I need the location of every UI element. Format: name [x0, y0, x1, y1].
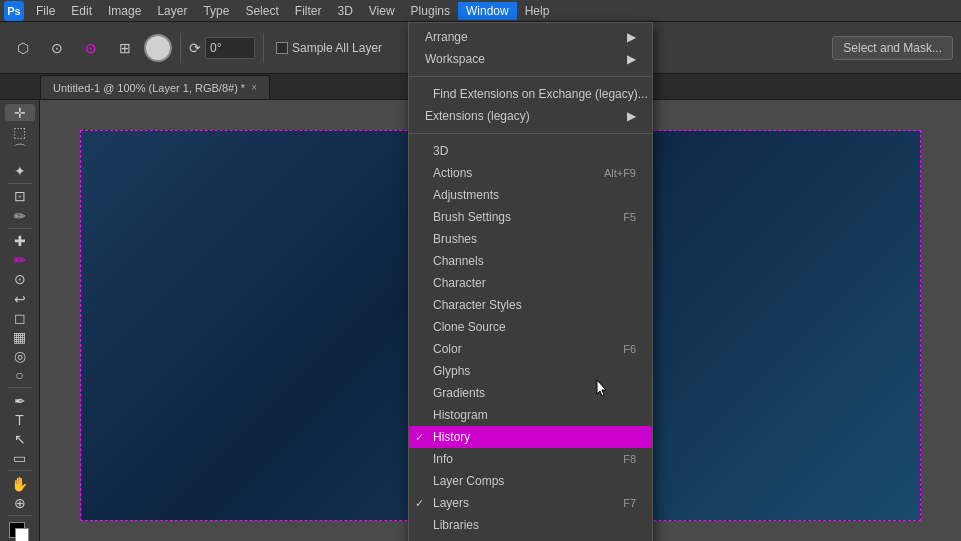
menu-item-layer-comps[interactable]: ✓ Layer Comps	[409, 470, 652, 492]
menu-item-layers[interactable]: ✓ Layers F7	[409, 492, 652, 514]
layer-comps-check: ✓	[415, 475, 424, 488]
actions-shortcut: Alt+F9	[604, 167, 636, 179]
menu-file[interactable]: File	[28, 2, 63, 20]
menu-edit[interactable]: Edit	[63, 2, 100, 20]
menu-item-brushes[interactable]: Brushes	[409, 228, 652, 250]
layer-comps-label: Layer Comps	[433, 474, 504, 488]
history-brush-tool[interactable]: ↩	[5, 290, 35, 307]
extensions-legacy-label: Extensions (legacy)	[425, 109, 530, 123]
menu-item-arrange[interactable]: Arrange ▶	[409, 26, 652, 48]
tool-option-1[interactable]: ⬡	[8, 33, 38, 63]
menu-item-info[interactable]: Info F8	[409, 448, 652, 470]
hand-tool[interactable]: ✋	[5, 475, 35, 492]
menu-layer[interactable]: Layer	[149, 2, 195, 20]
left-toolbar: ✛ ⬚ ⌒ ✦ ⊡ ✏ ✚ ✏ ⊙ ↩ ◻ ▦ ◎ ○ ✒ T ↖ ▭ ✋ ⊕	[0, 100, 40, 541]
menu-item-histogram[interactable]: Histogram	[409, 404, 652, 426]
menu-image[interactable]: Image	[100, 2, 149, 20]
arrange-arrow: ▶	[627, 30, 636, 44]
histogram-label: Histogram	[433, 408, 488, 422]
arrange-label: Arrange	[425, 30, 468, 44]
magic-wand-tool[interactable]: ✦	[5, 162, 35, 179]
menu-item-extensions-legacy[interactable]: Extensions (legacy) ▶	[409, 105, 652, 127]
glyphs-label: Glyphs	[433, 364, 470, 378]
menu-type[interactable]: Type	[195, 2, 237, 20]
menu-plugins[interactable]: Plugins	[403, 2, 458, 20]
tool-sep-5	[8, 515, 32, 516]
window-dropdown-menu: Arrange ▶ Workspace ▶ Find Extensions on…	[408, 22, 653, 541]
tool-sep-3	[8, 387, 32, 388]
menu-item-3d[interactable]: 3D	[409, 140, 652, 162]
menu-item-workspace[interactable]: Workspace ▶	[409, 48, 652, 70]
menu-item-actions[interactable]: Actions Alt+F9	[409, 162, 652, 184]
character-label: Character	[433, 276, 486, 290]
type-tool[interactable]: T	[5, 411, 35, 428]
workspace-label: Workspace	[425, 52, 485, 66]
sample-all-label: Sample All Layer	[292, 41, 382, 55]
menu-item-history[interactable]: ✓ History	[409, 426, 652, 448]
brush-settings-shortcut: F5	[623, 211, 636, 223]
menu-item-clone-source[interactable]: Clone Source	[409, 316, 652, 338]
clone-source-label: Clone Source	[433, 320, 506, 334]
healing-tool[interactable]: ✚	[5, 233, 35, 250]
menu-item-brush-settings[interactable]: Brush Settings F5	[409, 206, 652, 228]
path-select-tool[interactable]: ↖	[5, 430, 35, 447]
menu-3d[interactable]: 3D	[329, 2, 360, 20]
tool-sep-4	[8, 470, 32, 471]
menu-help[interactable]: Help	[517, 2, 558, 20]
menu-item-gradients[interactable]: Gradients	[409, 382, 652, 404]
eraser-tool[interactable]: ◻	[5, 309, 35, 326]
lasso-tool[interactable]: ⌒	[5, 142, 35, 160]
layers-shortcut: F7	[623, 497, 636, 509]
menu-item-character[interactable]: Character	[409, 272, 652, 294]
menu-view[interactable]: View	[361, 2, 403, 20]
brush-settings-label: Brush Settings	[433, 210, 511, 224]
menu-item-find-extensions[interactable]: Find Extensions on Exchange (legacy)...	[409, 83, 652, 105]
gradient-tool[interactable]: ▦	[5, 328, 35, 345]
menu-filter[interactable]: Filter	[287, 2, 330, 20]
info-shortcut: F8	[623, 453, 636, 465]
crop-tool[interactable]: ⊡	[5, 188, 35, 205]
document-tab[interactable]: Untitled-1 @ 100% (Layer 1, RGB/8#) * ×	[40, 75, 270, 99]
color-label: Color	[433, 342, 462, 356]
channels-label: Channels	[433, 254, 484, 268]
tool-option-brush-1[interactable]: ⊙	[42, 33, 72, 63]
dodge-tool[interactable]: ○	[5, 366, 35, 383]
angle-value[interactable]: 0°	[205, 37, 255, 59]
libraries-label: Libraries	[433, 518, 479, 532]
character-styles-label: Character Styles	[433, 298, 522, 312]
shape-tool[interactable]: ▭	[5, 449, 35, 466]
menu-item-measurement-log[interactable]: Measurement Log	[409, 536, 652, 541]
tab-close-button[interactable]: ×	[251, 82, 257, 93]
tool-option-brush-2[interactable]: ⊙	[76, 33, 106, 63]
gradients-label: Gradients	[433, 386, 485, 400]
menu-window[interactable]: Window	[458, 2, 517, 20]
tab-title: Untitled-1 @ 100% (Layer 1, RGB/8#) *	[53, 82, 245, 94]
workspace-arrow: ▶	[627, 52, 636, 66]
sample-all-checkbox[interactable]	[276, 42, 288, 54]
menu-item-color[interactable]: Color F6	[409, 338, 652, 360]
menu-select[interactable]: Select	[237, 2, 286, 20]
brush-tool[interactable]: ✏	[5, 252, 35, 269]
tool-option-brush-3[interactable]: ⊞	[110, 33, 140, 63]
move-tool[interactable]: ✛	[5, 104, 35, 121]
menu-item-libraries[interactable]: Libraries	[409, 514, 652, 536]
zoom-tool[interactable]: ⊕	[5, 494, 35, 511]
blur-tool[interactable]: ◎	[5, 347, 35, 364]
brush-preview	[144, 34, 172, 62]
marquee-tool[interactable]: ⬚	[5, 123, 35, 140]
layers-label: Layers	[433, 496, 469, 510]
foreground-color[interactable]	[5, 520, 35, 537]
separator-2	[263, 33, 264, 63]
menu-item-adjustments[interactable]: Adjustments	[409, 184, 652, 206]
history-check: ✓	[415, 431, 424, 444]
extensions-legacy-arrow: ▶	[627, 109, 636, 123]
pen-tool[interactable]: ✒	[5, 392, 35, 409]
select-mask-button[interactable]: Select and Mask...	[832, 36, 953, 60]
menu-item-channels[interactable]: Channels	[409, 250, 652, 272]
history-label: History	[433, 430, 470, 444]
eyedropper-tool[interactable]: ✏	[5, 207, 35, 224]
menu-item-glyphs[interactable]: Glyphs	[409, 360, 652, 382]
stamp-tool[interactable]: ⊙	[5, 271, 35, 288]
sample-all-container: Sample All Layer	[276, 41, 382, 55]
menu-item-character-styles[interactable]: Character Styles	[409, 294, 652, 316]
